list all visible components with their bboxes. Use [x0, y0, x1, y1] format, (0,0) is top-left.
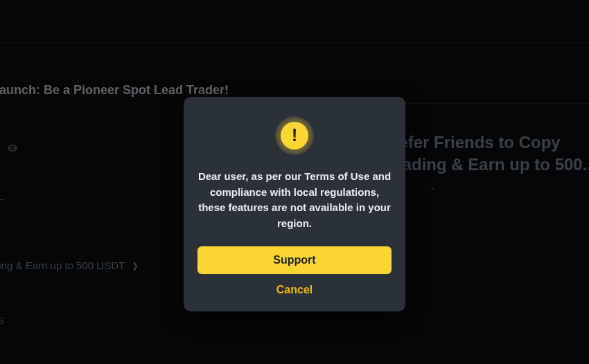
cancel-button[interactable]: Cancel [276, 284, 313, 296]
exclamation-icon: ! [292, 126, 298, 144]
region-restriction-modal: ! Dear user, as per our Terms of Use and… [184, 97, 405, 311]
alert-icon: ! [275, 116, 314, 155]
support-button[interactable]: Support [197, 246, 392, 274]
modal-overlay: ! Dear user, as per our Terms of Use and… [0, 0, 589, 364]
modal-message: Dear user, as per our Terms of Use and c… [197, 169, 392, 231]
